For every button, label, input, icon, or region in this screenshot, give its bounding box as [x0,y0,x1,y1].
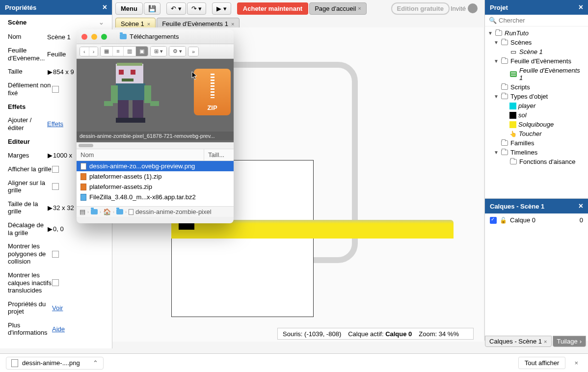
view-gallery-button[interactable]: ▣ [136,47,148,56]
link-effets[interactable]: Effets [47,120,63,128]
layers-header: Calques - Scène 1 × [485,199,588,213]
close-icon[interactable]: × [570,357,582,369]
svg-rect-3 [131,70,135,75]
tree-scenes[interactable]: ▼Scènes [485,38,588,47]
checkbox-defilement[interactable] [52,86,59,93]
checkbox-polygones[interactable] [52,251,59,258]
expand-icon[interactable]: ▶ [47,152,53,159]
play-icon: ▶ [216,5,221,12]
layer-row-0[interactable]: 🔓 Calque 0 0 [485,213,588,227]
label-aligner-grille: Aligner sur la grille [8,179,52,194]
tree-scripts[interactable]: Scripts [485,82,588,92]
tree-feuille-item[interactable]: Feuille d'Evènements 1 [485,66,588,82]
view-icon-button[interactable]: ▦ [101,47,113,56]
tree-familles[interactable]: Familles [485,138,588,148]
file-row[interactable]: FileZilla_3.48.0_m...x-x86.app.tar.bz2 [77,192,234,202]
svg-rect-12 [104,101,113,106]
overflow-button[interactable]: » [188,47,199,56]
btab-layers[interactable]: Calques - Scène 1× [485,336,551,347]
close-icon[interactable]: × [231,21,234,27]
search-input[interactable] [499,17,584,24]
file-icon [129,209,134,215]
edition-badge[interactable]: Edition gratuite [391,2,450,15]
traffic-minimize-icon[interactable] [91,34,97,40]
group-buttons: ⊞ ▾ [150,46,167,56]
checkbox-aligner-grille[interactable] [52,183,59,190]
finder-title: Téléchargements [120,33,179,40]
preview-filename: dessin-anime-zombie-pixel_61878-721-remo… [77,132,234,140]
object-solquibouge[interactable] [171,224,454,239]
tree-root[interactable]: ▼RunTuto [485,28,588,38]
tree-player[interactable]: player [485,101,588,110]
checkbox-afficher-grille[interactable] [52,166,59,173]
redo-button[interactable]: ↷ ▾ [187,2,207,15]
action-button[interactable]: ⚙ ▾ [169,47,186,56]
file-row[interactable]: plateformer-assets.zip [77,182,234,192]
checkbox-calques-inactifs[interactable] [52,279,59,286]
file-row[interactable]: dessin-anime-zo...ovebg-preview.png [77,161,234,171]
tree-sol[interactable]: sol [485,110,588,120]
finder-path-bar[interactable]: ▤› › 🏠› › dessin-anime-zombie-pixel [77,206,234,217]
project-search[interactable]: 🔍 [485,15,588,27]
tree-fonctions[interactable]: Fonctions d'aisance [485,157,588,166]
lock-icon[interactable]: 🔓 [500,217,507,224]
back-button[interactable]: ‹ [80,47,89,56]
finder-window[interactable]: Téléchargements ‹ › ▦ ≡ ▥ ▣ ⊞ ▾ ⚙ ▾ » [77,29,234,223]
tree-scene1[interactable]: ▭Scène 1 [485,47,588,56]
folder-icon [501,140,508,146]
tree-solquibouge[interactable]: Solquibouge [485,120,588,129]
expand-icon[interactable]: ▶ [47,204,53,212]
btab-tiling[interactable]: Tuilage› [553,336,587,347]
download-chip[interactable]: dessin-anime-....png ⌃ [6,357,104,370]
svg-rect-5 [116,83,145,100]
buy-now-button[interactable]: Acheter maintenant [237,2,308,15]
preview-image-zip[interactable]: ZIP [194,69,231,115]
finder-list-header: Nom Taill... [77,149,234,161]
save-icon: 💾 [148,5,156,12]
expand-icon[interactable]: ▶ [47,68,53,76]
close-icon[interactable]: × [103,3,107,12]
svg-rect-11 [131,118,145,123]
tree-types[interactable]: ▼Types d'objet [485,92,588,101]
tree-toucher[interactable]: 👆Toucher [485,129,588,138]
close-icon[interactable]: × [358,5,361,11]
play-button[interactable]: ▶ ▾ [212,2,231,15]
forward-button[interactable]: › [89,47,98,56]
value-decalage[interactable]: 0, 0 [53,225,104,233]
col-name[interactable]: Nom [77,149,204,160]
user-badge[interactable]: Invité [451,3,478,13]
properties-title: Propriétés [5,4,36,11]
swatch-icon [509,112,516,119]
menu-button[interactable]: Menu [115,2,143,15]
file-icon [80,163,86,170]
view-list-button[interactable]: ≡ [113,47,123,56]
section-scene[interactable]: Scène ⌄ [0,15,112,30]
undo-button[interactable]: ↶ ▾ [166,2,186,15]
file-row[interactable]: plateformer-assets (1).zip [77,171,234,182]
preview-scrollbar[interactable] [77,142,234,149]
finder-titlebar[interactable]: Téléchargements [77,29,234,44]
close-icon[interactable]: × [147,21,150,27]
col-size[interactable]: Taill... [204,149,234,160]
label-projet-props: Propriétés du projet [8,300,52,316]
checkbox-visible[interactable] [490,217,497,224]
tree-feuille-folder[interactable]: ▼Feuille d'Evènements [485,56,588,66]
swatch-icon [509,121,516,128]
traffic-close-icon[interactable] [81,34,87,40]
chevron-up-icon[interactable]: ⌃ [93,359,98,367]
view-columns-button[interactable]: ▥ [124,47,136,56]
save-button[interactable]: 💾 [144,2,160,15]
group-button[interactable]: ⊞ ▾ [151,47,166,56]
show-all-button[interactable]: Tout afficher [518,357,566,369]
tree-timelines[interactable]: ▼Timelines [485,148,588,157]
close-icon[interactable]: × [544,339,547,345]
expand-icon[interactable]: ▶ [47,225,53,233]
link-voir[interactable]: Voir [52,304,63,312]
home-tab[interactable]: Page d'accueil× [309,2,367,15]
close-icon[interactable]: × [579,202,583,211]
close-icon[interactable]: × [579,3,583,12]
preview-image-zombie[interactable] [81,59,180,130]
traffic-zoom-icon[interactable] [101,34,107,40]
link-aide[interactable]: Aide [52,325,65,333]
object-sol[interactable] [179,223,194,230]
